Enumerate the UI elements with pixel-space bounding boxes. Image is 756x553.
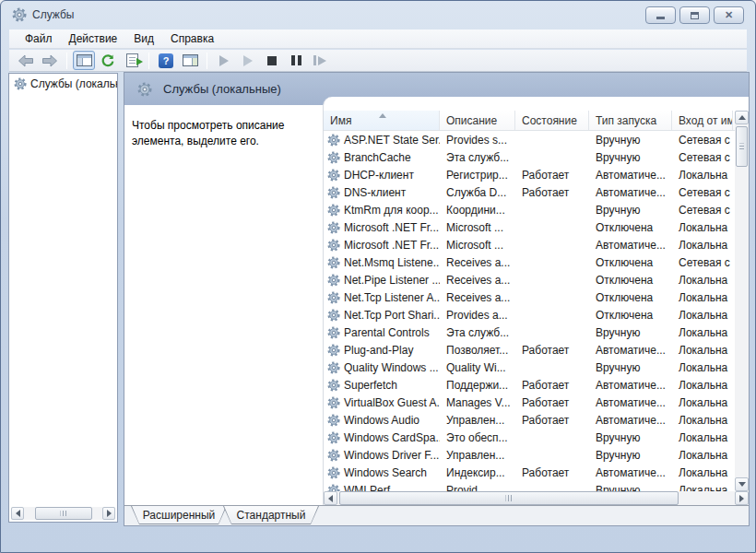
table-row[interactable]: DHCP-клиентРегистрир...РаботаетАвтоматич… — [324, 166, 735, 183]
service-startup-type: Автоматиче... — [589, 379, 672, 392]
service-name: Net.Tcp Port Shari... — [344, 309, 440, 322]
table-row[interactable]: Microsoft .NET Fr...Microsoft ...Автомат… — [324, 236, 735, 253]
export-list-icon — [126, 53, 138, 67]
table-row[interactable]: Net.Tcp Port Shari...Provides a...Отключ… — [324, 306, 735, 324]
table-row[interactable]: Net.Tcp Listener A...Receives a...Отключ… — [324, 288, 735, 306]
column-header[interactable]: Тип запуска — [589, 111, 672, 130]
service-name: DHCP-клиент — [344, 169, 414, 182]
resume-service-button[interactable] — [237, 51, 259, 70]
column-header[interactable]: Состояние — [515, 111, 589, 130]
close-button[interactable]: ✕ — [714, 6, 744, 24]
scroll-down-button[interactable] — [735, 477, 749, 491]
service-status: Работает — [515, 414, 589, 427]
menu-item-action[interactable]: Действие — [61, 29, 126, 48]
table-row[interactable]: Net.Msmq Listene...Receives a...Отключен… — [324, 253, 735, 271]
services-list: ИмяОписаниеСостояниеТип запускаВход от и… — [323, 97, 749, 505]
tree-item-services-local[interactable]: Службы (локальные) — [9, 74, 117, 92]
table-row[interactable]: Windows Driver F...Управлен...ВручнуюЛок… — [324, 446, 735, 464]
table-row[interactable]: Windows SearchИндексир...РаботаетАвтомат… — [324, 464, 735, 481]
table-row[interactable]: DNS-клиентСлужба D...РаботаетАвтоматиче.… — [324, 183, 735, 201]
service-description: Receives a... — [440, 291, 515, 304]
export-list-button[interactable] — [121, 51, 143, 70]
tree-horizontal-scrollbar[interactable] — [11, 507, 115, 520]
scroll-right-button[interactable] — [102, 507, 115, 520]
table-row[interactable]: ASP.NET State Ser...Provides s...Вручную… — [324, 131, 735, 148]
minimize-button[interactable] — [645, 6, 676, 24]
service-description: Receives a... — [440, 274, 515, 287]
service-logon-as: Локальна — [672, 309, 733, 322]
table-row[interactable]: Plug-and-PlayПозволяет...РаботаетАвтомат… — [324, 341, 735, 359]
scrollbar-thumb[interactable] — [35, 507, 92, 520]
forward-arrow-icon — [41, 54, 58, 67]
scrollbar-track — [337, 491, 735, 505]
column-header[interactable]: Имя — [324, 111, 440, 130]
refresh-button[interactable] — [97, 51, 119, 70]
menu-item-file[interactable]: Файл — [17, 29, 61, 48]
table-row[interactable]: KtmRm для коор...Координи...ВручнуюСетев… — [324, 201, 735, 218]
service-gear-icon — [327, 274, 340, 287]
table-row[interactable]: Quality Windows ...Quality Wi...ВручнуюЛ… — [324, 359, 735, 376]
restore-button[interactable] — [679, 6, 710, 24]
list-horizontal-scrollbar[interactable] — [324, 491, 749, 505]
scrollbar-thumb[interactable] — [339, 491, 679, 505]
menu-item-help[interactable]: Справка — [162, 29, 222, 48]
service-startup-type: Автоматиче... — [589, 169, 672, 182]
column-header[interactable]: Описание — [440, 111, 515, 130]
scroll-right-button[interactable] — [735, 491, 749, 505]
table-row[interactable]: BranchCacheЭта служб...ВручнуюСетевая с — [324, 148, 735, 166]
stop-service-button[interactable] — [261, 51, 283, 70]
column-header[interactable]: Вход от имени — [672, 111, 733, 130]
back-button[interactable] — [15, 51, 37, 70]
service-name: Superfetch — [344, 379, 397, 392]
service-description: Quality Wi... — [440, 361, 515, 374]
services-window: Службы ✕ ФайлДействиеВидСправка — [0, 0, 756, 553]
console-tree-icon — [77, 54, 92, 66]
service-gear-icon — [327, 431, 340, 444]
table-row[interactable]: Parental ControlsЭта служб...ВручнуюЛока… — [324, 324, 735, 341]
table-row[interactable]: SuperfetchПоддержи...РаботаетАвтоматиче.… — [324, 376, 735, 394]
scroll-left-button[interactable] — [11, 507, 24, 520]
toolbar-separator — [207, 53, 207, 69]
toolbar-separator — [66, 53, 67, 69]
pause-service-button[interactable] — [285, 51, 307, 70]
service-name: Microsoft .NET Fr... — [344, 239, 439, 252]
service-description: Позволяет... — [440, 344, 515, 357]
back-arrow-icon — [18, 54, 34, 67]
scrollbar-thumb[interactable] — [736, 126, 748, 167]
pause-icon — [291, 55, 301, 65]
tab-standard[interactable]: Стандартный — [223, 506, 319, 524]
start-service-button[interactable] — [213, 51, 235, 70]
service-gear-icon — [327, 414, 340, 427]
table-row[interactable]: Microsoft .NET Fr...Microsoft ...Отключе… — [324, 218, 735, 236]
service-gear-icon — [327, 186, 340, 199]
service-startup-type: Вручную — [589, 151, 672, 164]
scroll-up-button[interactable] — [735, 111, 749, 124]
service-startup-type: Автоматиче... — [589, 466, 672, 479]
title-bar[interactable]: Службы ✕ — [1, 1, 755, 29]
service-status: Работает — [515, 344, 589, 357]
tab-extended[interactable]: Расширенный — [131, 506, 227, 524]
help-button[interactable]: ? — [155, 51, 177, 70]
service-startup-type: Автоматиче... — [589, 396, 672, 409]
service-startup-type: Автоматиче... — [589, 414, 672, 427]
scroll-left-button[interactable] — [324, 491, 337, 505]
services-gear-icon — [14, 77, 27, 90]
table-row[interactable]: Windows AudioУправлен...РаботаетАвтомати… — [324, 411, 735, 429]
table-row[interactable]: Net.Pipe Listener ...Receives a...Отключ… — [324, 271, 735, 288]
restart-service-button[interactable] — [309, 51, 331, 70]
restart-icon — [313, 55, 326, 65]
table-row[interactable]: WMI Perf...Provid...ВручнуюЛокальна — [324, 481, 735, 491]
show-action-pane-button[interactable] — [179, 51, 201, 70]
service-gear-icon — [327, 256, 340, 269]
menu-item-view[interactable]: Вид — [125, 29, 162, 48]
show-console-tree-button[interactable] — [73, 51, 95, 70]
service-gear-icon — [327, 291, 340, 304]
table-row[interactable]: Windows CardSpa...Это обесп...ВручнуюЛок… — [324, 429, 735, 446]
service-gear-icon — [327, 449, 340, 462]
table-row[interactable]: VirtualBox Guest A...Manages V...Работае… — [324, 394, 735, 411]
list-vertical-scrollbar[interactable] — [735, 111, 749, 491]
forward-button[interactable] — [39, 51, 61, 70]
service-startup-type: Отключена — [589, 256, 672, 269]
menu-bar: ФайлДействиеВидСправка — [9, 29, 747, 49]
toolbar-separator — [148, 53, 149, 69]
